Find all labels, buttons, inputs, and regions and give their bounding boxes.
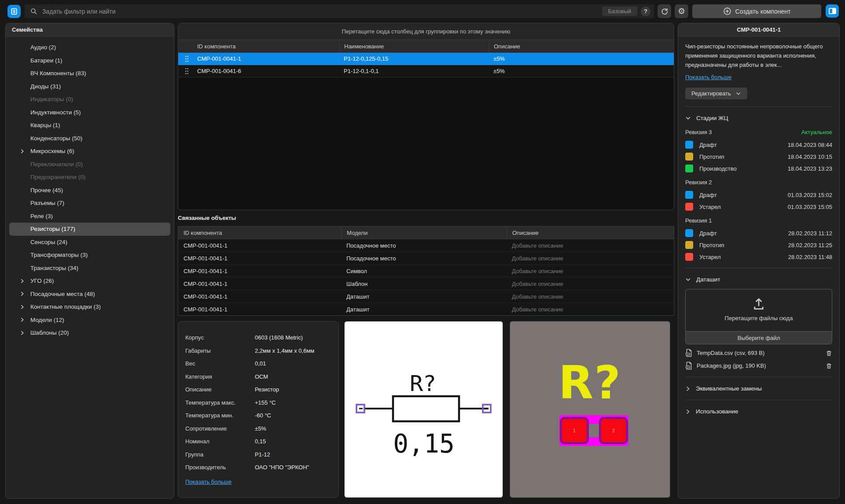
family-item[interactable]: ВЧ Компоненты (83) bbox=[9, 67, 170, 80]
cell-description: ±5% bbox=[489, 65, 674, 77]
family-item[interactable]: Сенсоры (24) bbox=[9, 236, 170, 249]
family-item[interactable]: Модели (12) bbox=[9, 314, 170, 327]
cell-description-placeholder[interactable]: Добавьте описание bbox=[507, 290, 674, 303]
table-row[interactable]: CMP-001-0041-1СимволДобавьте описание bbox=[178, 265, 674, 278]
column-header-name[interactable]: Наименование bbox=[339, 40, 489, 52]
column-header-desc[interactable]: Описание bbox=[507, 226, 674, 239]
family-item[interactable]: Батареи (1) bbox=[9, 54, 170, 67]
cell-description-placeholder[interactable]: Добавьте описание bbox=[507, 303, 674, 315]
chevron-right-icon bbox=[20, 292, 25, 296]
section-header-usage[interactable]: Использование bbox=[685, 407, 832, 416]
family-item[interactable]: Индуктивности (5) bbox=[9, 106, 170, 119]
property-label: Габариты bbox=[185, 347, 255, 354]
plus-circle-icon bbox=[723, 7, 731, 15]
table-row[interactable]: CMP-001-0041-1ДаташитДобавьте описание bbox=[178, 290, 674, 303]
datasheet-section-header[interactable]: Даташит bbox=[685, 275, 832, 284]
edit-button-label: Редактировать bbox=[691, 90, 731, 97]
choose-file-button[interactable]: Выберите файл bbox=[686, 331, 832, 344]
family-item[interactable]: УГО (26) bbox=[9, 274, 170, 288]
family-item[interactable]: Прочее (45) bbox=[9, 184, 170, 197]
cell-description-placeholder[interactable]: Добавьте описание bbox=[507, 265, 674, 277]
section-header-equivalents[interactable]: Эквивалентные замены bbox=[685, 384, 832, 393]
table-row[interactable]: CMP-001-0041-1Посадочное местоДобавьте о… bbox=[178, 239, 674, 252]
delete-file-button[interactable] bbox=[826, 350, 832, 357]
family-item[interactable]: Шаблоны (20) bbox=[9, 326, 170, 340]
app-menu-button[interactable] bbox=[7, 5, 21, 18]
column-header-id[interactable]: ID компонента bbox=[178, 40, 339, 52]
cell-component-id: CMP-001-0041-1 bbox=[178, 265, 341, 277]
cell-component-id: CMP-001-0041-1 bbox=[178, 278, 341, 290]
help-button[interactable]: ? bbox=[641, 7, 650, 16]
settings-button[interactable]: ⚙ bbox=[675, 4, 688, 18]
lifecycle-section-header[interactable]: Стадии ЖЦ bbox=[685, 114, 832, 122]
families-header: Семейства bbox=[6, 23, 174, 37]
section-label: Использование bbox=[696, 408, 738, 415]
family-item[interactable]: Переключатели (0) bbox=[9, 158, 170, 171]
family-item[interactable]: Разъемы (7) bbox=[9, 197, 170, 210]
lifecycle-stage-row: Драфт28.02.2023 11:12 bbox=[685, 229, 832, 237]
cell-component-id: CMP-001-0041-1 bbox=[178, 53, 339, 65]
properties-panel: Корпус0603 (1608 Metric)Габариты2,2мм x … bbox=[178, 321, 339, 498]
refresh-button[interactable] bbox=[658, 4, 671, 18]
file-name: TempData.csv (csv, 693 B) bbox=[697, 350, 822, 356]
family-item[interactable]: Реле (3) bbox=[9, 210, 170, 223]
create-component-button[interactable]: Создать компонент bbox=[692, 4, 821, 18]
cell-description-placeholder[interactable]: Добавьте описание bbox=[507, 239, 674, 252]
family-item[interactable]: Контактные площадки (3) bbox=[9, 300, 170, 314]
family-item-label: Кварцы (1) bbox=[30, 122, 60, 128]
lifecycle-stage-row: Драфт18.04.2023 08:44 bbox=[685, 141, 832, 149]
cell-component-id: CMP-001-0041-1 bbox=[178, 303, 341, 315]
file-drop-zone[interactable]: Перетащите файлы сюда Выберите файл bbox=[685, 289, 832, 344]
table-row[interactable]: CMP-001-0041-1ДаташитДобавьте описание bbox=[178, 303, 674, 316]
cell-model: Посадочное место bbox=[341, 252, 507, 264]
cell-description-placeholder[interactable]: Добавьте описание bbox=[507, 278, 674, 290]
table-row[interactable]: CMP-001-0041-1Посадочное местоДобавьте о… bbox=[178, 252, 674, 265]
property-row: ГруппаP1-12 bbox=[185, 448, 331, 461]
family-item[interactable]: Диоды (31) bbox=[9, 80, 170, 93]
delete-file-button[interactable] bbox=[826, 362, 832, 369]
group-by-bar[interactable]: Перетащите сюда столбец для группировки … bbox=[178, 23, 674, 40]
table-row[interactable]: CMP-001-0041-1ШаблонДобавьте описание bbox=[178, 278, 674, 290]
toggle-right-panel-button[interactable] bbox=[826, 4, 839, 18]
family-item[interactable]: Предохранители (0) bbox=[9, 171, 170, 184]
drag-handle[interactable] bbox=[185, 55, 188, 62]
table-row[interactable]: CMP-001-0041-1P1-12-0,125-0,15±5% bbox=[178, 53, 674, 65]
edit-button[interactable]: Редактировать bbox=[685, 88, 747, 99]
family-item-label: Прочее (45) bbox=[30, 187, 63, 194]
cell-name: P1-12-0,125-0,15 bbox=[339, 53, 489, 65]
search-input[interactable] bbox=[41, 7, 602, 15]
family-item-label: Индуктивности (5) bbox=[30, 109, 81, 116]
footprint-preview: R? 1 2 bbox=[510, 321, 670, 498]
family-item[interactable]: Транзисторы (34) bbox=[9, 262, 170, 275]
column-header-id[interactable]: ID компонента bbox=[178, 226, 341, 239]
cell-description-placeholder[interactable]: Добавьте описание bbox=[507, 252, 674, 264]
family-item[interactable]: Микросхемы (6) bbox=[9, 145, 170, 158]
family-item[interactable]: Конденсаторы (50) bbox=[9, 132, 170, 145]
stage-color-chip bbox=[685, 141, 693, 149]
revision-name: Ревизия 1 bbox=[685, 217, 832, 224]
description-show-more-link[interactable]: Показать больше bbox=[685, 74, 731, 80]
column-header-models[interactable]: Модели bbox=[341, 226, 507, 239]
file-jpg-icon: JPG bbox=[685, 362, 693, 370]
family-item[interactable]: Трансформаторы (3) bbox=[9, 248, 170, 262]
chevron-right-icon bbox=[685, 409, 691, 414]
cell-model: Даташит bbox=[341, 303, 507, 315]
stage-date: 18.04.2023 10:15 bbox=[788, 153, 832, 160]
drag-handle[interactable] bbox=[185, 67, 188, 75]
properties-show-more-link[interactable]: Показать больше bbox=[185, 478, 231, 485]
family-item-label: Резисторы (177) bbox=[30, 226, 75, 232]
linked-table-header: ID компонента Модели Описание bbox=[178, 226, 674, 239]
attached-file-row[interactable]: JPGPackages.jpg (jpg, 190 KB) bbox=[685, 362, 832, 370]
lifecycle-stage-row: Драфт01.03.2023 15:02 bbox=[685, 191, 832, 199]
family-item[interactable]: Резисторы (177) bbox=[9, 223, 170, 236]
family-item[interactable]: Посадочные места (48) bbox=[9, 288, 170, 301]
attached-file-row[interactable]: XLSTempData.csv (csv, 693 B) bbox=[685, 349, 832, 357]
family-item[interactable]: Аудио (2) bbox=[9, 41, 170, 54]
table-row[interactable]: CMP-001-0041-6P1-12-0,1-0,1±5% bbox=[178, 65, 674, 77]
family-item-label: Трансформаторы (3) bbox=[30, 252, 88, 258]
trash-icon bbox=[826, 350, 832, 357]
basic-filter-badge[interactable]: Базовый bbox=[602, 7, 637, 16]
family-item[interactable]: Индикаторы (0) bbox=[9, 93, 170, 106]
family-item[interactable]: Кварцы (1) bbox=[9, 119, 170, 132]
column-header-desc[interactable]: Описание bbox=[489, 40, 674, 52]
